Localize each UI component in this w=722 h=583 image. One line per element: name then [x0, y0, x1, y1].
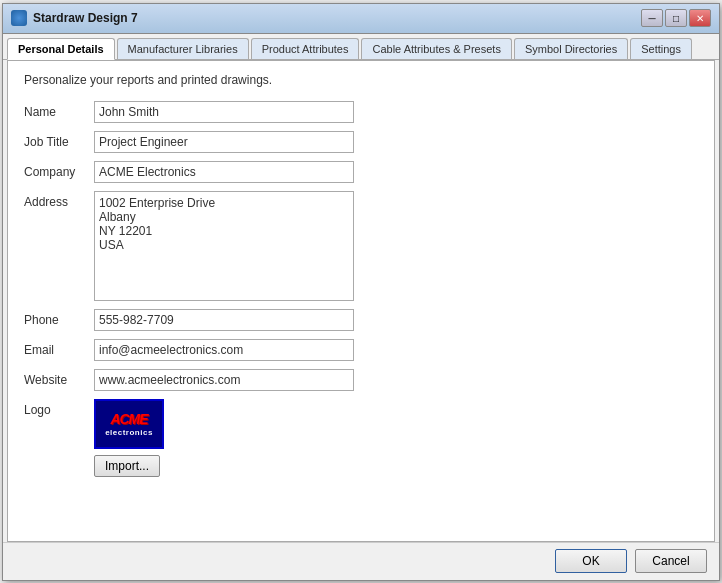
logo-row: Logo ACME electronics Import... [24, 399, 698, 477]
address-input[interactable] [94, 191, 354, 301]
footer: OK Cancel [3, 542, 719, 580]
title-bar: Stardraw Design 7 ─ □ ✕ [3, 4, 719, 34]
cancel-button[interactable]: Cancel [635, 549, 707, 573]
logo-acme-text: ACME [110, 411, 147, 427]
tab-manufacturer-libraries[interactable]: Manufacturer Libraries [117, 38, 249, 59]
email-row: Email [24, 339, 698, 361]
app-icon [11, 10, 27, 26]
job-title-label: Job Title [24, 131, 94, 149]
website-row: Website [24, 369, 698, 391]
import-button[interactable]: Import... [94, 455, 160, 477]
tab-product-attributes[interactable]: Product Attributes [251, 38, 360, 59]
restore-button[interactable]: □ [665, 9, 687, 27]
email-label: Email [24, 339, 94, 357]
logo-electronics-text: electronics [105, 428, 153, 437]
company-row: Company [24, 161, 698, 183]
tab-personal-details[interactable]: Personal Details [7, 38, 115, 60]
ok-button[interactable]: OK [555, 549, 627, 573]
window-title: Stardraw Design 7 [33, 11, 641, 25]
main-window: Stardraw Design 7 ─ □ ✕ Personal Details… [2, 3, 720, 581]
logo-image: ACME electronics [94, 399, 164, 449]
website-label: Website [24, 369, 94, 387]
name-label: Name [24, 101, 94, 119]
tabs-bar: Personal Details Manufacturer Libraries … [3, 34, 719, 60]
logo-section: ACME electronics Import... [94, 399, 164, 477]
tab-cable-attributes-presets[interactable]: Cable Attributes & Presets [361, 38, 511, 59]
company-label: Company [24, 161, 94, 179]
address-label: Address [24, 191, 94, 209]
job-title-input[interactable] [94, 131, 354, 153]
tab-symbol-directories[interactable]: Symbol Directories [514, 38, 628, 59]
description-text: Personalize your reports and printed dra… [24, 73, 698, 87]
email-input[interactable] [94, 339, 354, 361]
logo-label: Logo [24, 399, 94, 417]
window-controls: ─ □ ✕ [641, 9, 711, 27]
tab-settings[interactable]: Settings [630, 38, 692, 59]
phone-row: Phone [24, 309, 698, 331]
name-row: Name [24, 101, 698, 123]
address-row: Address [24, 191, 698, 301]
close-button[interactable]: ✕ [689, 9, 711, 27]
company-input[interactable] [94, 161, 354, 183]
website-input[interactable] [94, 369, 354, 391]
phone-label: Phone [24, 309, 94, 327]
minimize-button[interactable]: ─ [641, 9, 663, 27]
phone-input[interactable] [94, 309, 354, 331]
name-input[interactable] [94, 101, 354, 123]
job-title-row: Job Title [24, 131, 698, 153]
content-area: Personalize your reports and printed dra… [7, 60, 715, 542]
